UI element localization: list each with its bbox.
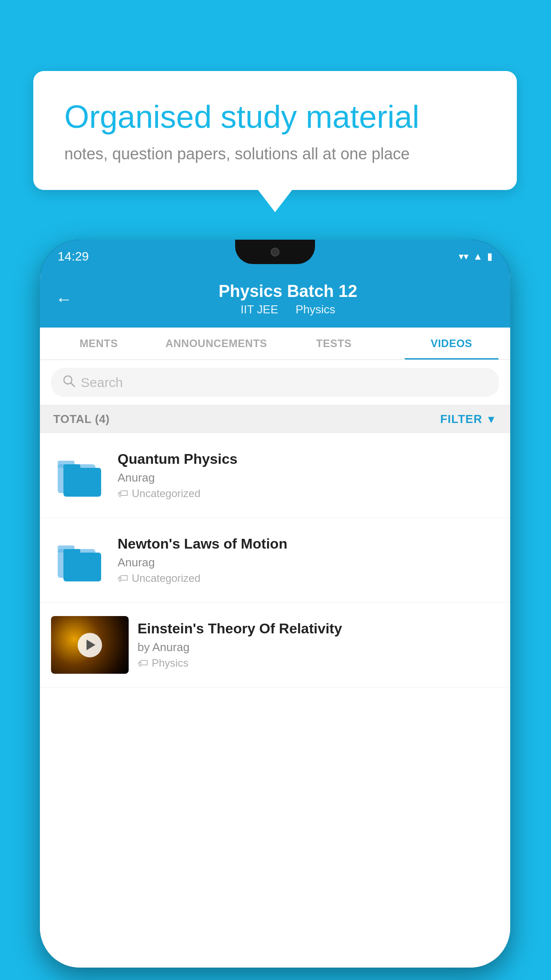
filter-label: FILTER (440, 412, 482, 426)
list-item[interactable]: Einstein's Theory Of Relativity by Anura… (40, 603, 510, 688)
video-list: Quantum Physics Anurag 🏷 Uncategorized (40, 433, 510, 968)
tab-tests[interactable]: TESTS (275, 328, 393, 360)
folder-icon (55, 451, 104, 500)
list-item[interactable]: Quantum Physics Anurag 🏷 Uncategorized (40, 433, 510, 518)
back-button[interactable]: ← (55, 290, 72, 309)
phone-frame: 14:29 ▾▾ ▲ ▮ ← Physics Batch 12 IIT JEE … (40, 240, 510, 968)
svg-rect-4 (63, 468, 101, 497)
header-subtitle-iitjee: IIT JEE (240, 303, 278, 316)
app-header: ← Physics Batch 12 IIT JEE Physics (40, 273, 510, 328)
search-icon (62, 374, 75, 391)
video-thumbnail (51, 616, 129, 674)
item-tag: 🏷 Uncategorized (118, 487, 499, 500)
battery-icon: ▮ (487, 251, 492, 262)
item-tag: 🏷 Uncategorized (118, 572, 499, 585)
bubble-title: Organised study material (64, 98, 486, 136)
tag-label: Physics (152, 657, 189, 669)
status-time: 14:29 (58, 249, 89, 264)
list-item[interactable]: Newton's Laws of Motion Anurag 🏷 Uncateg… (40, 518, 510, 603)
item-title: Newton's Laws of Motion (118, 536, 499, 552)
item-info: Newton's Laws of Motion Anurag 🏷 Uncateg… (118, 536, 499, 585)
item-thumbnail (51, 447, 109, 504)
tag-icon: 🏷 (118, 572, 128, 585)
svg-line-1 (71, 383, 75, 387)
tab-videos[interactable]: VIDEOS (393, 328, 510, 360)
filter-bar: TOTAL (4) FILTER ▼ (40, 405, 510, 433)
item-title: Quantum Physics (118, 451, 499, 467)
item-author: by Anurag (138, 640, 499, 654)
header-title-area: Physics Batch 12 IIT JEE Physics (81, 282, 495, 316)
svg-rect-5 (63, 464, 80, 471)
item-info: Einstein's Theory Of Relativity by Anura… (138, 620, 499, 669)
item-info: Quantum Physics Anurag 🏷 Uncategorized (118, 451, 499, 500)
svg-rect-8 (63, 553, 101, 581)
item-thumbnail (51, 531, 109, 589)
item-tag: 🏷 Physics (138, 657, 499, 669)
filter-icon: ▼ (486, 413, 497, 426)
item-title: Einstein's Theory Of Relativity (138, 620, 499, 637)
tag-label: Uncategorized (132, 572, 201, 585)
tab-ments[interactable]: MENTS (40, 328, 157, 360)
app-screen: ← Physics Batch 12 IIT JEE Physics MENTS… (40, 273, 510, 968)
search-input[interactable]: Search (81, 375, 123, 390)
tab-announcements[interactable]: ANNOUNCEMENTS (157, 328, 275, 360)
status-icons: ▾▾ ▲ ▮ (459, 251, 492, 262)
svg-rect-9 (63, 549, 80, 556)
item-author: Anurag (118, 556, 499, 569)
tag-icon: 🏷 (118, 487, 128, 500)
tab-bar: MENTS ANNOUNCEMENTS TESTS VIDEOS (40, 328, 510, 360)
tag-icon: 🏷 (138, 657, 148, 669)
search-container: Search (40, 360, 510, 405)
signal-icon: ▲ (473, 251, 483, 262)
header-subtitle-physics: Physics (295, 303, 335, 316)
bubble-subtitle: notes, question papers, solutions all at… (64, 145, 486, 163)
play-icon (87, 640, 95, 650)
status-bar: 14:29 ▾▾ ▲ ▮ (40, 240, 510, 273)
search-bar[interactable]: Search (51, 368, 499, 397)
folder-icon (55, 536, 104, 585)
item-author: Anurag (118, 471, 499, 485)
front-camera (271, 248, 279, 257)
wifi-icon: ▾▾ (459, 251, 468, 262)
play-button[interactable] (78, 633, 102, 657)
tag-label: Uncategorized (132, 487, 201, 500)
speech-bubble: Organised study material notes, question… (33, 71, 517, 190)
notch (235, 240, 315, 264)
header-title: Physics Batch 12 (81, 282, 495, 301)
filter-button[interactable]: FILTER ▼ (440, 412, 497, 426)
header-subtitle: IIT JEE Physics (81, 303, 495, 316)
total-count-label: TOTAL (4) (53, 412, 110, 426)
